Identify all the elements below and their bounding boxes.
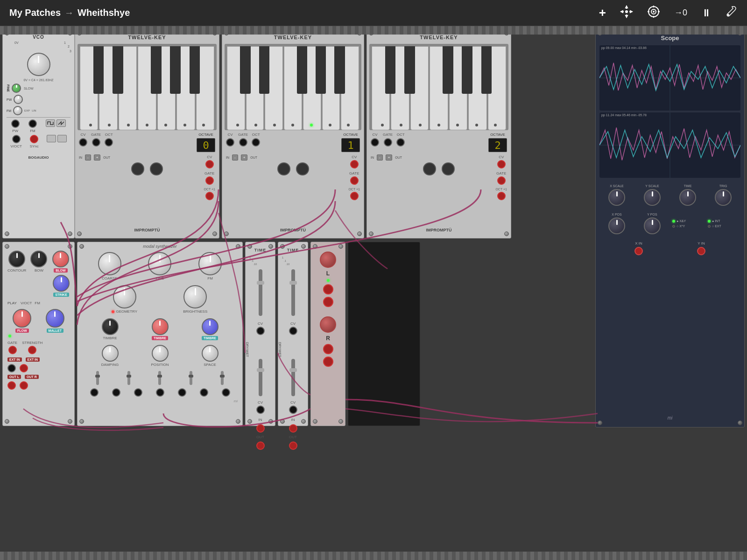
- wrench-icon[interactable]: [726, 6, 738, 21]
- tkey3-keyboard[interactable]: [369, 44, 508, 130]
- cv2-out-port[interactable]: [350, 160, 359, 168]
- key3-a[interactable]: [468, 46, 486, 130]
- oct2-btn-2[interactable]: [296, 162, 309, 175]
- key3-e[interactable]: [410, 46, 429, 130]
- tm1-dw-slider[interactable]: [246, 357, 275, 398]
- gate3-out-port[interactable]: [497, 176, 506, 185]
- cv2-port[interactable]: [226, 138, 234, 147]
- contour-knob[interactable]: [8, 251, 25, 267]
- oct-btn-2[interactable]: [150, 162, 163, 175]
- x-in-port[interactable]: [634, 247, 643, 255]
- add-button[interactable]: +: [599, 6, 606, 20]
- ms-port-4[interactable]: [156, 388, 164, 397]
- geometry-knob[interactable]: [113, 285, 136, 308]
- key-a[interactable]: [176, 46, 195, 130]
- fine-ms-knob[interactable]: [148, 252, 171, 275]
- scope-time-knob[interactable]: [679, 189, 696, 206]
- minus3-btn[interactable]: -: [377, 154, 383, 161]
- tm1-dw-cv-port[interactable]: [256, 406, 265, 414]
- key2-f[interactable]: [284, 46, 302, 130]
- key2-g[interactable]: [303, 46, 321, 130]
- bow-knob[interactable]: [30, 251, 47, 267]
- ms-port-1[interactable]: [90, 388, 99, 397]
- oct3-plus-port[interactable]: [497, 192, 506, 200]
- blow-knob[interactable]: [52, 251, 69, 267]
- tm1-out-port[interactable]: [256, 441, 265, 450]
- key2-b[interactable]: [341, 46, 359, 130]
- sine-wave-btn[interactable]: [57, 135, 67, 142]
- mallet-knob[interactable]: [46, 309, 64, 328]
- pw-knob[interactable]: [14, 95, 23, 104]
- ms-port-5[interactable]: [178, 388, 186, 397]
- oct3-port[interactable]: [396, 138, 405, 147]
- key3-d[interactable]: [391, 46, 409, 130]
- pause-button[interactable]: ⏸: [701, 7, 712, 19]
- zero-button[interactable]: →0: [674, 8, 687, 18]
- cv-slider-2[interactable]: [127, 371, 130, 385]
- ao-l-port-1[interactable]: [323, 284, 333, 294]
- key-f[interactable]: [138, 46, 156, 130]
- cv-slider-5[interactable]: [221, 371, 224, 385]
- key3-b[interactable]: [488, 46, 506, 130]
- scope-trig-knob[interactable]: [715, 189, 732, 206]
- key2-c[interactable]: [227, 46, 245, 130]
- key2-d[interactable]: [246, 46, 264, 130]
- cv-slider-4[interactable]: [190, 371, 192, 385]
- coarse-knob[interactable]: [98, 252, 121, 275]
- tm2-in-port[interactable]: [289, 424, 297, 433]
- key2-a[interactable]: [322, 46, 340, 130]
- vvoct-port[interactable]: [12, 135, 21, 143]
- cv-slider-1[interactable]: [96, 371, 99, 385]
- tm1-slider[interactable]: [246, 267, 275, 318]
- cv-out-port[interactable]: [205, 160, 214, 168]
- ao-r-knob[interactable]: [320, 316, 336, 333]
- key-d[interactable]: [99, 46, 117, 130]
- fine-knob[interactable]: [12, 84, 21, 93]
- oct3-btn-1[interactable]: [423, 162, 436, 175]
- extin-port1[interactable]: [7, 364, 16, 372]
- key-e[interactable]: [119, 46, 137, 130]
- key3-c[interactable]: [372, 46, 390, 130]
- extin-port2[interactable]: [20, 364, 28, 372]
- outl-port[interactable]: [7, 381, 16, 390]
- move-icon[interactable]: [620, 5, 633, 21]
- cv-slider-3[interactable]: [158, 371, 161, 385]
- key2-e[interactable]: [265, 46, 283, 130]
- ao-r-port-1[interactable]: [323, 344, 333, 354]
- tm1-in-port[interactable]: [256, 424, 265, 433]
- strength-port[interactable]: [28, 346, 36, 354]
- strike-knob[interactable]: [53, 275, 70, 292]
- gate-port[interactable]: [92, 138, 100, 147]
- gate-m-port[interactable]: [8, 346, 17, 354]
- x-pos-knob[interactable]: [608, 217, 625, 234]
- y-pos-knob[interactable]: [644, 217, 661, 234]
- oct2-plus-port[interactable]: [350, 192, 359, 200]
- target-icon[interactable]: [647, 5, 660, 21]
- cv3-port[interactable]: [371, 138, 379, 147]
- y-scale-knob[interactable]: [644, 189, 661, 206]
- damping-knob[interactable]: [102, 345, 119, 362]
- timbre3-knob[interactable]: [202, 318, 218, 335]
- oct3-btn-2[interactable]: [442, 162, 455, 175]
- position-knob[interactable]: [152, 345, 169, 362]
- space-knob[interactable]: [202, 345, 218, 362]
- oct-port[interactable]: [105, 138, 113, 147]
- tm2-cv-port[interactable]: [289, 327, 297, 335]
- fm-ms-knob[interactable]: [198, 252, 222, 275]
- square-wave-btn[interactable]: [46, 119, 55, 127]
- minus-btn[interactable]: -: [85, 154, 91, 161]
- tm2-dw-cv-port[interactable]: [289, 406, 297, 414]
- key3-f[interactable]: [430, 46, 448, 130]
- gate2-port[interactable]: [239, 138, 247, 147]
- patches-label[interactable]: My Patches: [9, 7, 61, 18]
- minus2-btn[interactable]: -: [232, 154, 238, 161]
- fm-knob[interactable]: [13, 106, 22, 115]
- cv3-out-port[interactable]: [497, 160, 506, 168]
- plus2-btn[interactable]: +: [241, 154, 248, 161]
- brightness-knob[interactable]: [183, 285, 207, 308]
- tm2-dw-slider[interactable]: [278, 357, 308, 398]
- vco-tune-knob[interactable]: [27, 53, 50, 76]
- ao-l-knob[interactable]: [320, 252, 336, 268]
- oct2-btn-1[interactable]: [277, 162, 290, 175]
- timbre2-knob[interactable]: [152, 318, 169, 335]
